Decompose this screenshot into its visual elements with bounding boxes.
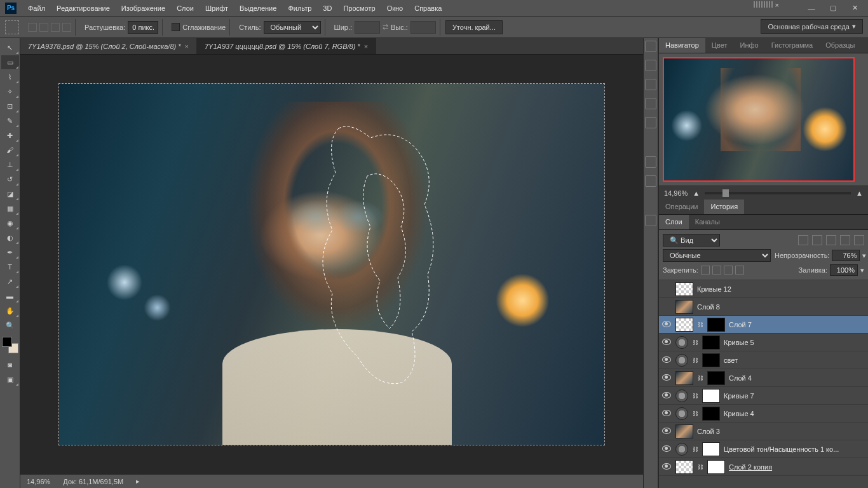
visibility-toggle[interactable]	[661, 410, 672, 417]
filter-pixel-icon[interactable]	[798, 235, 808, 245]
link-icon[interactable]: ⛓	[697, 463, 703, 471]
screenmode-toggle[interactable]: ▣	[1, 372, 19, 386]
blur-tool[interactable]: ◉	[1, 216, 19, 230]
panel-grip[interactable]: ×	[754, 1, 779, 9]
tab-layers[interactable]: Слои	[659, 215, 689, 229]
wand-tool[interactable]: ✧	[1, 85, 19, 98]
stamp-tool[interactable]: ⊥	[1, 158, 19, 172]
layer-row[interactable]: ⛓Слой 4	[659, 369, 868, 387]
layer-name[interactable]: Слой 2 копия	[729, 463, 865, 471]
layer-thumbnail[interactable]	[675, 336, 688, 349]
intersect-selection-icon[interactable]	[62, 23, 71, 32]
add-selection-icon[interactable]	[39, 23, 48, 32]
layer-thumbnail[interactable]	[675, 371, 693, 385]
link-icon[interactable]: ⛓	[697, 320, 703, 329]
doc-size[interactable]: Док: 61,1M/691,5M	[63, 478, 123, 485]
eyedropper-tool[interactable]: ✎	[1, 114, 19, 128]
visibility-toggle[interactable]	[661, 392, 672, 400]
layer-row[interactable]: ⛓Кривые 4	[659, 405, 868, 423]
layer-name[interactable]: Цветовой тон/Насыщенность 1 ко...	[724, 445, 865, 453]
layer-thumbnail[interactable]	[707, 318, 725, 332]
style-select[interactable]: Обычный	[264, 21, 321, 34]
layer-row[interactable]: ⛓Кривые 5	[659, 334, 868, 351]
navigator-thumbnail[interactable]	[663, 57, 855, 182]
opacity-input[interactable]	[832, 250, 860, 261]
refine-edge-button[interactable]: Уточн. край...	[445, 20, 503, 34]
status-arrow-icon[interactable]: ▸	[136, 477, 140, 485]
layer-thumbnail[interactable]	[675, 443, 688, 456]
menu-filter[interactable]: Фильтр	[283, 2, 316, 15]
feather-input[interactable]	[128, 21, 158, 34]
layer-list[interactable]: Кривые 12Слой 8⛓Слой 7⛓Кривые 5⛓свет⛓Сло…	[659, 280, 868, 488]
doc-tab-1[interactable]: 7Y1A9378.psd @ 15% (Слой 2, Слой-маска/8…	[20, 38, 197, 54]
brush-tool[interactable]: 🖌	[1, 143, 19, 157]
tab-navigator[interactable]: Навигатор	[659, 38, 705, 53]
blend-mode-select[interactable]: Обычные	[663, 249, 771, 262]
panel-icon[interactable]	[645, 215, 656, 226]
tab-color[interactable]: Цвет	[705, 38, 734, 53]
menu-file[interactable]: Файл	[23, 2, 50, 15]
visibility-toggle[interactable]	[661, 356, 672, 364]
heal-tool[interactable]: ✚	[1, 128, 19, 142]
layer-row[interactable]: Слой 3	[659, 423, 868, 440]
link-icon[interactable]: ⛓	[692, 391, 698, 400]
antialias-checkbox[interactable]	[172, 23, 180, 31]
panel-icon[interactable]	[645, 156, 656, 168]
visibility-toggle[interactable]	[661, 339, 672, 346]
menu-edit[interactable]: Редактирование	[51, 2, 115, 15]
nav-zoom-slider[interactable]	[705, 192, 851, 194]
visibility-toggle[interactable]	[661, 374, 672, 382]
menu-view[interactable]: Просмотр	[338, 2, 380, 15]
layer-thumbnail[interactable]	[702, 336, 720, 349]
zoom-out-icon[interactable]: ▲	[693, 189, 700, 197]
layer-thumbnail[interactable]	[675, 282, 693, 296]
lock-position-icon[interactable]	[724, 266, 733, 274]
canvas-viewport[interactable]	[20, 55, 643, 474]
doc-tab-2[interactable]: 7Y1A937 цццццц8.psd @ 15% (Слой 7, RGB/8…	[197, 38, 376, 54]
filter-smart-icon[interactable]	[854, 235, 864, 245]
layer-thumbnail[interactable]	[675, 407, 688, 420]
nav-zoom-value[interactable]: 14,96%	[664, 189, 688, 197]
layer-name[interactable]: Слой 7	[729, 321, 865, 329]
tab-history[interactable]: История	[704, 200, 744, 214]
maximize-button[interactable]: ▢	[825, 3, 841, 14]
visibility-toggle[interactable]	[661, 463, 672, 471]
close-grip-icon[interactable]: ×	[775, 1, 779, 9]
visibility-toggle[interactable]	[661, 445, 672, 453]
filter-shape-icon[interactable]	[840, 235, 850, 245]
panel-icon[interactable]	[645, 79, 656, 90]
shape-tool[interactable]: ▬	[1, 289, 19, 303]
link-icon[interactable]: ⛓	[697, 374, 703, 383]
layer-thumbnail[interactable]	[675, 460, 693, 474]
lock-all-icon[interactable]	[735, 266, 744, 274]
layer-kind-filter[interactable]: 🔍 Вид	[663, 234, 720, 247]
layer-row[interactable]: Слой 8	[659, 298, 868, 316]
pen-tool[interactable]: ✒	[1, 245, 19, 259]
layer-name[interactable]: Слой 3	[697, 428, 865, 435]
gradient-tool[interactable]: ▦	[1, 201, 19, 215]
layer-row[interactable]: Кривые 12	[659, 280, 868, 298]
layer-row[interactable]: ⛓свет	[659, 351, 868, 369]
filter-adj-icon[interactable]	[812, 235, 822, 245]
minimize-button[interactable]: —	[803, 3, 820, 14]
layer-row[interactable]: ⛓Цветовой тон/Насыщенность 1 ко...	[659, 440, 868, 458]
tab-histogram[interactable]: Гистограмма	[765, 38, 820, 53]
layer-name[interactable]: Слой 4	[729, 374, 865, 382]
close-icon[interactable]: ×	[185, 43, 189, 50]
visibility-toggle[interactable]	[661, 321, 672, 329]
path-tool[interactable]: ↗	[1, 274, 19, 288]
menu-select[interactable]: Выделение	[234, 2, 281, 15]
dodge-tool[interactable]: ◐	[1, 231, 19, 245]
lock-trans-icon[interactable]	[701, 266, 710, 274]
filter-type-icon[interactable]	[826, 235, 836, 245]
eraser-tool[interactable]: ◪	[1, 187, 19, 201]
menu-help[interactable]: Справка	[409, 2, 447, 15]
lock-pixels-icon[interactable]	[712, 266, 721, 274]
link-icon[interactable]: ⛓	[692, 338, 698, 347]
layer-row[interactable]: ⛓Слой 7	[659, 316, 868, 334]
hand-tool[interactable]: ✋	[1, 304, 19, 318]
chevron-down-icon[interactable]: ▾	[860, 266, 864, 274]
menu-layers[interactable]: Слои	[172, 2, 199, 15]
history-brush-tool[interactable]: ↺	[1, 172, 19, 186]
layer-thumbnail[interactable]	[675, 354, 688, 367]
